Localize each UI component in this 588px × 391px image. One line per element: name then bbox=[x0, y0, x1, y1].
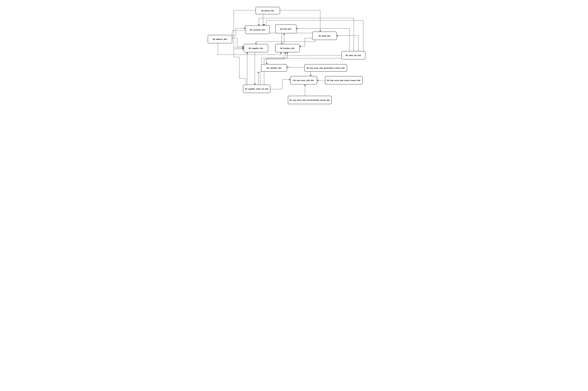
table-node-env[interactable]: tbl_esg_score_dnb_environmental_reason_d… bbox=[288, 96, 332, 104]
edge-phone-to-customer bbox=[262, 14, 264, 25]
edge-item-to-location bbox=[281, 33, 282, 44]
edge-line bbox=[300, 38, 312, 46]
arrowhead-icon bbox=[280, 52, 282, 54]
arrowhead-icon bbox=[319, 30, 321, 32]
edge-sales-to-location bbox=[285, 52, 342, 56]
table-node-location[interactable]: tbl_location_dim bbox=[275, 44, 300, 52]
edge-line bbox=[264, 33, 284, 85]
edge-line bbox=[232, 38, 244, 47]
arrowhead-icon bbox=[310, 75, 312, 76]
table-node-email[interactable]: tbl_email_dim bbox=[312, 32, 337, 40]
table-node-sorder[interactable]: tbl_supplier_order_txn_fact bbox=[243, 85, 270, 93]
table-node-label: tbl_esg_score_dnb_dim bbox=[293, 79, 314, 81]
arrowhead-icon bbox=[258, 24, 260, 25]
arrowhead-icon bbox=[296, 28, 298, 29]
arrowhead-icon bbox=[263, 24, 265, 25]
arrowhead-icon bbox=[257, 72, 259, 73]
edge-line bbox=[285, 52, 342, 56]
edge-sales-to-customer bbox=[258, 18, 354, 51]
edge-sorder-to-calendar bbox=[257, 72, 259, 85]
edge-sorder-to-address bbox=[234, 48, 246, 85]
table-node-label: tbl_email_dim bbox=[318, 35, 330, 37]
table-node-sales[interactable]: tbl_sales_txn_fact bbox=[342, 51, 365, 59]
arrowhead-icon bbox=[255, 43, 257, 44]
arrowhead-icon bbox=[283, 33, 285, 34]
arrowhead-icon bbox=[300, 46, 301, 47]
arrowhead-icon bbox=[254, 84, 256, 85]
arrowhead-icon bbox=[304, 84, 306, 86]
table-node-label: tbl_customer_dim bbox=[250, 29, 265, 31]
arrowhead-icon bbox=[246, 52, 248, 54]
table-node-label: tbl_address_dim bbox=[213, 38, 227, 40]
table-node-label: tbl_esg_score_dnb_social_reason_dim bbox=[327, 79, 360, 81]
edge-gov-to-calendar bbox=[287, 66, 304, 68]
table-node-label: tbl_esg_score_dnb_environmental_reason_d… bbox=[289, 99, 330, 101]
table-node-calendar[interactable]: tbl_calendar_dim bbox=[261, 64, 287, 72]
arrowhead-icon bbox=[242, 46, 244, 48]
table-node-esg[interactable]: tbl_esg_score_dnb_dim bbox=[290, 76, 317, 84]
edge-email-to-supplier bbox=[255, 40, 315, 44]
arrowhead-icon bbox=[242, 47, 244, 49]
table-node-social[interactable]: tbl_esg_score_dnb_social_reason_dim bbox=[325, 76, 362, 84]
arrowhead-icon bbox=[262, 24, 264, 25]
table-node-label: tbl_supplier_order_txn_fact bbox=[245, 88, 268, 90]
edge-sales-to-calendar bbox=[266, 58, 342, 64]
arrowhead-icon bbox=[242, 48, 244, 50]
table-node-label: tbl_location_dim bbox=[280, 47, 294, 49]
edge-line bbox=[267, 58, 342, 64]
table-node-gov[interactable]: tbl_esg_score_dnb_governance_reason_dim bbox=[304, 64, 347, 72]
edge-sorder-to-supplier bbox=[246, 52, 248, 85]
edge-line bbox=[256, 40, 315, 44]
arrowhead-icon bbox=[287, 66, 288, 68]
edge-line bbox=[232, 28, 245, 36]
edge-sales-to-email bbox=[337, 35, 358, 51]
edge-sorder-to-item bbox=[264, 33, 285, 85]
arrowhead-icon bbox=[285, 52, 286, 54]
table-node-label: tbl_calendar_dim bbox=[267, 67, 281, 69]
edge-line bbox=[337, 36, 358, 51]
table-node-address[interactable]: tbl_address_dim bbox=[208, 35, 232, 43]
edge-social-to-esg bbox=[317, 80, 325, 81]
edge-sorder-to-esg bbox=[270, 79, 290, 89]
edge-line bbox=[234, 49, 246, 85]
table-node-label: tbl_esg_score_dnb_governance_reason_dim bbox=[307, 67, 345, 69]
arrowhead-icon bbox=[289, 79, 290, 81]
arrowhead-icon bbox=[287, 52, 288, 54]
edge-env-to-esg bbox=[304, 84, 306, 96]
edge-email-to-location bbox=[300, 38, 312, 47]
table-node-customer[interactable]: tbl_customer_dim bbox=[245, 25, 270, 34]
arrowhead-icon bbox=[317, 80, 318, 81]
table-node-label: tbl_sales_txn_fact bbox=[346, 54, 361, 56]
table-node-label: tbl_phone_dim bbox=[261, 10, 274, 12]
table-node-supplier[interactable]: tbl_supplier_dim bbox=[244, 44, 268, 52]
arrowhead-icon bbox=[266, 63, 267, 64]
table-node-phone[interactable]: tbl_phone_dim bbox=[255, 7, 280, 14]
edge-address-to-customer bbox=[232, 27, 245, 36]
table-node-label: tbl_supplier_dim bbox=[249, 47, 263, 49]
edge-gov-to-esg bbox=[310, 72, 312, 76]
edge-line bbox=[270, 80, 290, 89]
arrowhead-icon bbox=[337, 35, 338, 36]
arrowhead-icon bbox=[244, 27, 245, 29]
table-node-label: tbl_item_dim bbox=[280, 28, 291, 30]
diagram-canvas: tbl_phone_dimtbl_customer_dimtbl_item_di… bbox=[206, 0, 382, 117]
edge-supplier-to-sorder bbox=[254, 52, 256, 85]
table-node-item[interactable]: tbl_item_dim bbox=[275, 24, 296, 33]
edge-line bbox=[259, 18, 354, 51]
edge-address-to-supplier bbox=[232, 38, 244, 48]
arrowhead-icon bbox=[281, 43, 282, 44]
